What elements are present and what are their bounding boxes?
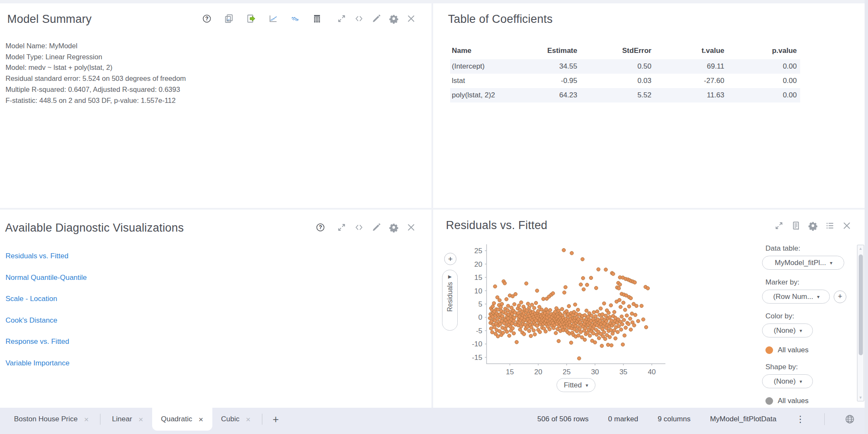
panel-title: Model Summary <box>7 13 92 26</box>
diagnostic-link[interactable]: Response vs. Fitted <box>6 337 69 346</box>
coefficients-table-header: NameEstimateStdErrort.valuep.value <box>450 44 800 59</box>
table-row[interactable]: (Intercept)34.550.5069.110.00 <box>450 59 800 74</box>
diagnostic-link[interactable]: Variable Importance <box>6 359 70 367</box>
close-icon[interactable] <box>842 221 852 231</box>
svg-text:40: 40 <box>648 368 656 376</box>
coefficients-panel: Table of Coefficients NameEstimateStdErr… <box>433 3 865 208</box>
tab-label: Quadratic <box>161 415 192 423</box>
diagnostic-link[interactable]: Cook's Distance <box>6 316 57 324</box>
color-all-values-swatch <box>765 346 773 354</box>
gear-icon[interactable] <box>389 14 399 24</box>
table-row[interactable]: lstat-0.950.03-27.600.00 <box>450 74 800 88</box>
scatter-window-controls <box>774 221 852 231</box>
tab-close-icon[interactable]: × <box>139 415 143 423</box>
export-icon[interactable] <box>246 14 256 24</box>
page-scrollbar-strip[interactable] <box>865 0 868 434</box>
scrollbar-thumb[interactable] <box>859 254 863 355</box>
panel-title: Residuals vs. Fitted <box>446 219 548 232</box>
duplicate-visualization-icon[interactable] <box>224 14 234 24</box>
table-cell: 34.55 <box>526 59 581 74</box>
color-by-dropdown[interactable]: (None) ▾ <box>762 323 813 337</box>
table-cell: -0.95 <box>526 74 581 88</box>
list-item: Variable Importance <box>6 359 87 368</box>
maximize-icon[interactable] <box>774 221 784 231</box>
bottom-bar: Boston House Price×Linear×Quadratic×Cubi… <box>0 408 868 434</box>
x-axis-label: Fitted <box>564 381 582 390</box>
close-icon[interactable] <box>406 14 416 24</box>
maximize-icon[interactable] <box>337 222 347 232</box>
shape-by-label: Shape by: <box>765 363 858 371</box>
scroll-down-icon[interactable]: ▼ <box>857 395 864 400</box>
diagnostics-link-list: Residuals vs. FittedNormal Quantile-Quan… <box>6 252 87 380</box>
svg-text:20: 20 <box>474 260 482 268</box>
svg-text:20: 20 <box>534 368 542 376</box>
tab-separator <box>100 414 100 425</box>
scatter-plot[interactable]: 2520151050-5-10-15152025303540 <box>454 238 675 381</box>
line-chart-icon[interactable] <box>268 14 278 24</box>
summary-line: Model Type: Linear Regression <box>6 52 186 63</box>
svg-text:10: 10 <box>474 287 482 295</box>
help-icon[interactable]: ? <box>315 222 326 232</box>
list-item: Normal Quantile-Quantile <box>6 274 87 282</box>
diagnostic-link[interactable]: Scale - Location <box>6 295 57 303</box>
residual-plot-icon[interactable] <box>290 14 300 24</box>
gear-icon[interactable] <box>808 221 818 231</box>
scroll-up-icon[interactable]: ▲ <box>857 246 864 251</box>
page-tabs: Boston House Price×Linear×Quadratic×Cubi… <box>5 408 287 431</box>
svg-text:?: ? <box>205 16 209 22</box>
data-table-dropdown[interactable]: MyModel_fitPl... ▾ <box>762 256 844 270</box>
summary-line: Model Name: MyModel <box>6 41 186 52</box>
add-marker-button[interactable]: + <box>834 290 846 303</box>
table-cell: lstat <box>450 74 526 88</box>
code-icon[interactable] <box>354 222 364 232</box>
tab-label: Boston House Price <box>14 415 78 423</box>
summary-line: Model: medv ~ lstat + poly(lstat, 2) <box>6 62 186 73</box>
svg-text:-15: -15 <box>472 354 482 362</box>
table-cell: 11.63 <box>655 88 728 102</box>
edit-pencil-icon[interactable] <box>371 222 381 232</box>
x-axis-selector[interactable]: Fitted ▾ <box>556 378 595 392</box>
chevron-down-icon: ▾ <box>817 294 820 299</box>
chevron-down-icon: ▾ <box>830 260 832 265</box>
gear-icon[interactable] <box>389 222 399 232</box>
table-cell: 64.23 <box>526 88 581 102</box>
diagnostic-link[interactable]: Residuals vs. Fitted <box>6 252 68 260</box>
tab-close-icon[interactable]: × <box>246 415 250 423</box>
maximize-icon[interactable] <box>337 14 347 24</box>
help-icon[interactable]: ? <box>202 14 212 24</box>
kebab-menu-icon[interactable]: ⋮ <box>796 414 805 424</box>
table-cell: 69.11 <box>655 59 728 74</box>
active-data-table-status[interactable]: MyModel_fitPlotData <box>710 415 776 423</box>
tab-cubic[interactable]: Cubic× <box>212 408 260 431</box>
table-row[interactable]: poly(lstat, 2)264.235.5211.630.00 <box>450 88 800 102</box>
report-icon[interactable] <box>791 221 801 231</box>
scatter-panel: Residuals vs. Fitted + ▶ Residuals 25201… <box>433 210 865 408</box>
calculator-icon[interactable] <box>312 14 322 24</box>
tab-separator <box>262 414 262 425</box>
edit-pencil-icon[interactable] <box>371 14 381 24</box>
tab-quadratic[interactable]: Quadratic× <box>152 408 212 431</box>
shape-by-dropdown[interactable]: (None) ▾ <box>762 374 813 388</box>
table-cell: 0.50 <box>581 59 655 74</box>
column-header: Estimate <box>526 44 581 59</box>
column-header: p.value <box>728 44 800 59</box>
summary-line: Multiple R-squared: 0.6407, Adjusted R-s… <box>6 84 186 95</box>
tab-close-icon[interactable]: × <box>198 415 203 423</box>
svg-text:-10: -10 <box>472 340 482 348</box>
list-item: Scale - Location <box>6 295 87 303</box>
scatter-scrollbar[interactable]: ▲ ▼ <box>857 245 864 401</box>
globe-icon[interactable] <box>844 414 855 425</box>
column-header: StdError <box>581 44 655 59</box>
tab-linear[interactable]: Linear× <box>103 408 152 431</box>
code-icon[interactable] <box>354 14 364 24</box>
status-bar: 506 of 506 rows 0 marked 9 columns MyMod… <box>537 408 855 431</box>
add-page-button[interactable]: + <box>265 408 287 431</box>
tab-close-icon[interactable]: × <box>84 415 89 423</box>
table-cell: 0.00 <box>728 59 800 74</box>
marker-by-dropdown[interactable]: (Row Num... ▾ <box>762 290 830 304</box>
close-icon[interactable] <box>406 222 416 232</box>
tab-boston-house-price[interactable]: Boston House Price× <box>5 408 97 431</box>
summary-line: Residual standard error: 5.524 on 503 de… <box>6 73 186 84</box>
diagnostic-link[interactable]: Normal Quantile-Quantile <box>6 274 87 282</box>
list-icon[interactable] <box>825 221 835 231</box>
